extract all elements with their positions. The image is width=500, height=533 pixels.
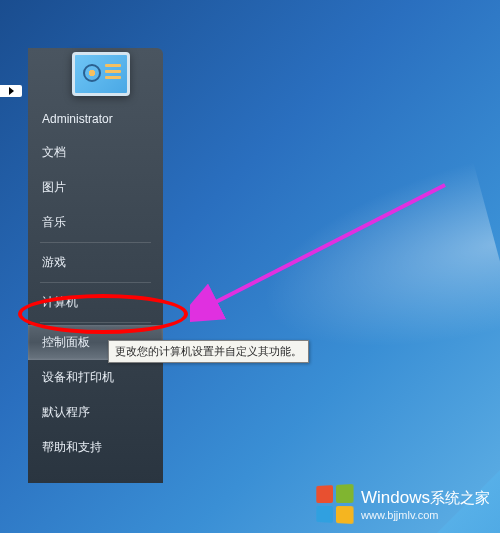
watermark-suffix: 系统之家 xyxy=(430,489,490,506)
computer-link[interactable]: 计算机 xyxy=(28,285,163,320)
menu-separator xyxy=(40,282,151,283)
user-avatar[interactable] xyxy=(72,52,130,96)
tooltip: 更改您的计算机设置并自定义其功能。 xyxy=(108,340,309,363)
help-support-link[interactable]: 帮助和支持 xyxy=(28,430,163,465)
menu-separator xyxy=(40,242,151,243)
chevron-right-icon xyxy=(9,87,14,95)
user-name-link[interactable]: Administrator xyxy=(28,103,163,135)
windows-logo-icon xyxy=(316,484,353,524)
menu-separator xyxy=(40,322,151,323)
pictures-link[interactable]: 图片 xyxy=(28,170,163,205)
control-panel-icon xyxy=(81,60,121,88)
panel-expand-tab[interactable] xyxy=(0,85,22,97)
watermark-brand: Windows xyxy=(361,488,430,507)
music-link[interactable]: 音乐 xyxy=(28,205,163,240)
devices-printers-link[interactable]: 设备和打印机 xyxy=(28,360,163,395)
games-link[interactable]: 游戏 xyxy=(28,245,163,280)
default-programs-link[interactable]: 默认程序 xyxy=(28,395,163,430)
start-menu-right-panel: Administrator 文档 图片 音乐 游戏 计算机 控制面板 设备和打印… xyxy=(28,48,163,483)
documents-link[interactable]: 文档 xyxy=(28,135,163,170)
watermark-url: www.bjjmlv.com xyxy=(361,509,490,521)
watermark: Windows系统之家 www.bjjmlv.com xyxy=(315,485,490,523)
desktop-light-streak xyxy=(199,147,500,413)
